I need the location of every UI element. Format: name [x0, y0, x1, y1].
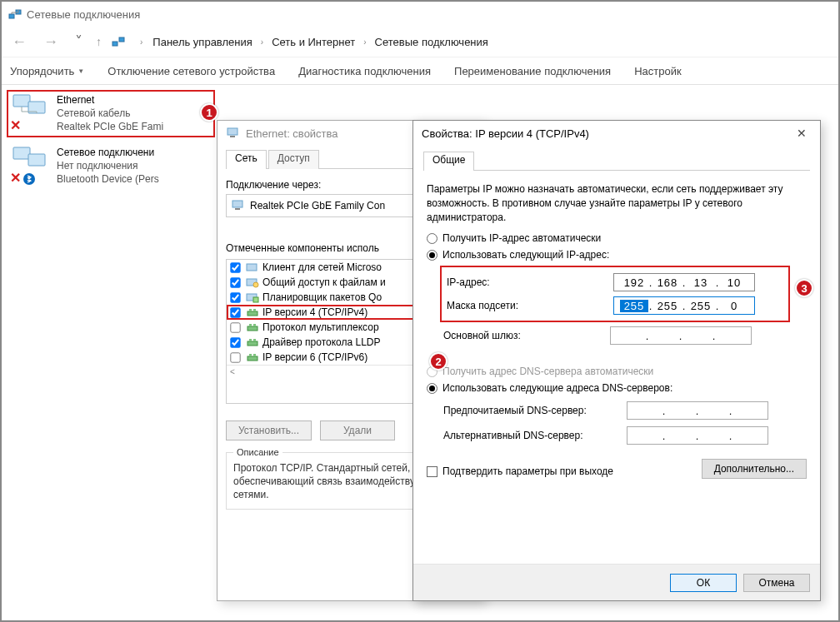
svg-rect-10	[230, 136, 235, 137]
organize-menu[interactable]: Упорядочить ▼	[10, 65, 84, 77]
ip-address-field[interactable]: 192.168.13.10	[613, 273, 755, 291]
svg-rect-21	[248, 326, 258, 331]
adapter-icon	[226, 126, 239, 142]
proto-icon	[246, 306, 259, 318]
svg-rect-2	[112, 42, 118, 46]
nav-bar: ← → ˅ ↑ › Панель управления › Сеть и Инт…	[2, 27, 838, 57]
component-checkbox[interactable]	[230, 322, 240, 332]
breadcrumb-icon	[112, 35, 125, 48]
connection-item-ethernet[interactable]: ✕ Ethernet Сетевой кабель Realtek PCIe G…	[7, 90, 215, 137]
radio-manual-ip[interactable]: Использовать следующий IP-адрес:	[427, 249, 807, 261]
radio-auto-ip[interactable]: Получить IP-адрес автоматически	[427, 232, 807, 244]
svg-rect-17	[253, 297, 258, 302]
component-label: Протокол мультиплексор	[262, 321, 379, 333]
chevron-down-icon[interactable]: ˅	[72, 32, 86, 51]
svg-rect-27	[248, 356, 258, 361]
settings-button[interactable]: Настройк	[634, 65, 681, 77]
client-icon	[246, 261, 259, 273]
proto-icon	[246, 321, 259, 333]
dialog-titlebar[interactable]: Свойства: IP версии 4 (TCP/IPv4) ✕	[413, 121, 820, 146]
svg-rect-29	[253, 354, 256, 356]
ip-label: IP-адрес:	[447, 276, 605, 288]
tab-access[interactable]: Доступ	[268, 150, 319, 169]
radio-manual-dns[interactable]: Использовать следующие адреса DNS-сервер…	[427, 382, 807, 394]
dns1-field[interactable]: ...	[627, 401, 768, 420]
adapter-icon	[232, 199, 245, 213]
svg-rect-4	[13, 95, 30, 107]
breadcrumb-item[interactable]: Панель управления	[152, 36, 252, 48]
tab-network[interactable]: Сеть	[226, 150, 267, 169]
window-title: Сетевые подключения	[27, 8, 140, 21]
breadcrumb: Панель управления › Сеть и Интернет › Се…	[152, 36, 488, 48]
component-checkbox[interactable]	[230, 307, 240, 317]
ip-fields-highlight: IP-адрес: 192.168.13.10 Маска подсети: 2…	[440, 266, 790, 322]
ok-button[interactable]: ОК	[670, 574, 737, 592]
component-checkbox[interactable]	[230, 277, 240, 287]
proto-icon	[246, 351, 259, 363]
gateway-field[interactable]: ...	[610, 326, 752, 345]
dns2-label: Альтернативный DNS-сервер:	[443, 430, 618, 441]
window-titlebar: Сетевые подключения	[2, 2, 838, 27]
svg-rect-22	[249, 324, 252, 326]
component-label: Планировщик пакетов Qo	[262, 291, 382, 303]
install-button[interactable]: Установить...	[226, 420, 312, 440]
dns1-label: Предпочитаемый DNS-сервер:	[443, 405, 618, 416]
component-checkbox[interactable]	[230, 262, 240, 272]
description-legend: Описание	[233, 446, 282, 459]
ipv4-properties-dialog: Свойства: IP версии 4 (TCP/IPv4) ✕ Общие…	[412, 120, 821, 601]
connections-list: ✕ Ethernet Сетевой кабель Realtek PCIe G…	[7, 90, 215, 194]
svg-rect-20	[253, 309, 256, 311]
breadcrumb-item[interactable]: Сеть и Интернет	[272, 36, 355, 48]
svg-rect-11	[232, 201, 242, 207]
connection-item-bluetooth[interactable]: ✕ Сетевое подключени Нет подключения Blu…	[7, 142, 215, 190]
connection-icon: ✕	[10, 93, 50, 133]
mask-label: Маска подсети:	[447, 300, 605, 311]
connection-title: Сетевое подключени	[57, 146, 159, 159]
connection-status: Нет подключения	[57, 159, 159, 172]
component-label: IP версии 6 (TCP/IPv6)	[262, 351, 368, 363]
svg-rect-3	[119, 37, 124, 42]
breadcrumb-item[interactable]: Сетевые подключения	[375, 36, 488, 48]
tab-general[interactable]: Общие	[423, 152, 474, 171]
radio-icon	[427, 233, 438, 244]
component-checkbox[interactable]	[230, 292, 240, 302]
svg-rect-28	[249, 354, 252, 356]
close-icon[interactable]: ✕	[792, 125, 812, 142]
cancel-button[interactable]: Отмена	[743, 574, 810, 592]
rename-button[interactable]: Переименование подключения	[454, 65, 611, 77]
diagnose-button[interactable]: Диагностика подключения	[298, 65, 431, 77]
svg-rect-9	[228, 128, 238, 135]
uninstall-button[interactable]: Удали	[320, 420, 395, 440]
checkbox-icon	[427, 466, 438, 477]
nav-back-icon[interactable]: ←	[8, 33, 30, 51]
connection-status: Сетевой кабель	[57, 107, 163, 120]
info-text: Параметры IP можно назначать автоматичес…	[427, 182, 807, 224]
chevron-down-icon: ▼	[78, 67, 84, 75]
error-x-icon: ✕	[10, 117, 21, 133]
radio-selected-icon	[427, 250, 438, 261]
svg-rect-6	[13, 147, 30, 159]
component-checkbox[interactable]	[230, 337, 240, 347]
svg-rect-12	[235, 208, 240, 210]
qos-icon	[246, 291, 259, 303]
svg-rect-24	[248, 341, 258, 346]
component-label: Клиент для сетей Microso	[262, 261, 382, 273]
dns2-field[interactable]: ...	[627, 426, 768, 445]
network-icon	[8, 7, 22, 21]
svg-rect-13	[247, 264, 257, 271]
advanced-button[interactable]: Дополнительно...	[702, 459, 807, 479]
proto-icon	[246, 336, 259, 348]
subnet-mask-field[interactable]: 255.255.255.0	[613, 296, 755, 315]
step-badge-1: 1	[200, 103, 218, 122]
component-label: Драйвер протокола LLDP	[262, 336, 381, 348]
component-checkbox[interactable]	[230, 352, 240, 362]
nav-up-icon[interactable]: ↑	[96, 35, 102, 48]
connection-device: Realtek PCIe GbE Fami	[57, 120, 163, 133]
disable-device-button[interactable]: Отключение сетевого устройства	[108, 65, 275, 77]
svg-rect-26	[253, 339, 256, 341]
component-label: Общий доступ к файлам и	[262, 276, 386, 288]
bluetooth-icon	[23, 173, 35, 187]
adapter-name: Realtek PCIe GbE Family Con	[250, 200, 385, 211]
svg-rect-7	[28, 154, 45, 166]
share-icon	[246, 276, 259, 288]
